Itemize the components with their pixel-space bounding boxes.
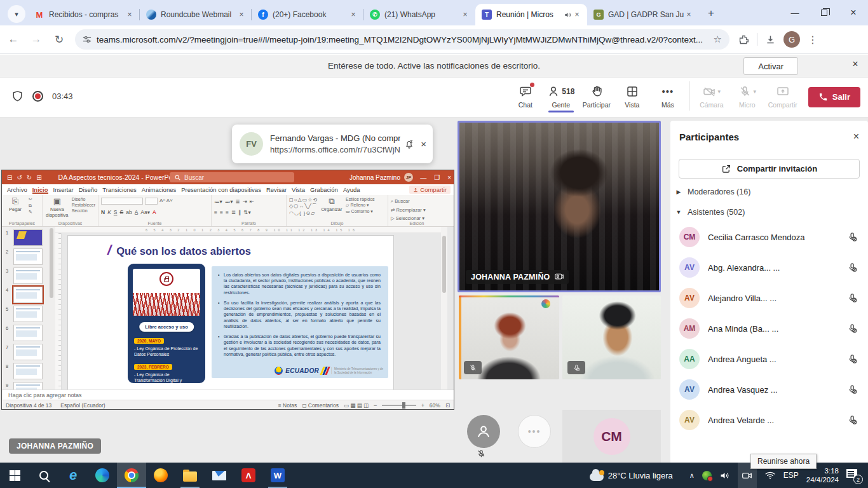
banner-activate-button[interactable]: Activar xyxy=(743,57,798,75)
new-slide-button[interactable]: ▣Nueva diapositiva xyxy=(45,197,69,218)
ppt-tab-presentacion-con-diapositivas[interactable]: Presentación con diapositivas xyxy=(181,186,261,193)
font-size-box[interactable] xyxy=(145,198,158,205)
toolbar-micro[interactable]: ▾Micro xyxy=(729,81,765,109)
ppt-restore-button[interactable]: ❐ xyxy=(434,174,440,181)
ppt-vertical-scrollbar[interactable] xyxy=(441,227,447,390)
participant-initials-tile[interactable]: CM xyxy=(562,410,661,463)
slide-preview[interactable] xyxy=(13,287,43,303)
toolbar-mas[interactable]: •••Más xyxy=(650,81,686,109)
taskbar-internet-explorer-icon[interactable]: e xyxy=(58,463,88,488)
url-omnibox[interactable]: teams.microsoft.com/v2/?meetingjoin=true… xyxy=(75,29,729,50)
thumbs-scrollbar[interactable] xyxy=(50,228,53,298)
bookmark-star-icon[interactable]: ☆ xyxy=(714,34,722,45)
chevron-down-icon[interactable]: ▾ xyxy=(718,88,721,95)
video-tile-3[interactable] xyxy=(562,295,661,379)
zoom-slider[interactable] xyxy=(382,405,416,406)
tab-close-icon[interactable]: × xyxy=(236,10,247,20)
toast-link[interactable]: https://forms.office.com/r/7u3CfWjNtm xyxy=(270,145,400,154)
new-tab-button[interactable]: + xyxy=(703,5,719,22)
slide-thumbnail[interactable]: 6 xyxy=(6,325,55,341)
ppt-search-box[interactable]: Buscar xyxy=(170,172,294,182)
taskbar-weather[interactable]: 28°C Lluvia ligera xyxy=(590,470,689,481)
slide-thumbnail[interactable]: 8 xyxy=(6,363,55,379)
tab-close-icon[interactable]: × xyxy=(348,10,358,20)
tab-close-icon[interactable]: × xyxy=(460,10,470,20)
zoom-level[interactable]: 60% xyxy=(430,402,440,409)
browser-profile-avatar[interactable]: G xyxy=(783,31,800,48)
toast-close-icon[interactable]: × xyxy=(421,139,426,149)
participant-row[interactable]: AVAndrea Vasquez ... xyxy=(670,374,868,405)
window-close-button[interactable]: × xyxy=(839,0,868,25)
ppt-tab-inicio[interactable]: Inicio xyxy=(32,186,48,194)
video-tile-2[interactable] xyxy=(459,295,559,379)
action-center-icon[interactable]: 2 xyxy=(846,468,862,483)
ppt-notes-bar[interactable]: Haga clic para agregar notas xyxy=(2,390,454,400)
taskbar-mail-icon[interactable] xyxy=(205,463,234,488)
participant-row[interactable]: CMCecilia Carrasco Mendoza xyxy=(670,222,868,252)
moderators-group-header[interactable]: ▶ Moderadores (16) xyxy=(670,179,868,201)
site-settings-icon[interactable] xyxy=(83,35,92,44)
leave-button[interactable]: Salir xyxy=(808,87,860,107)
attendees-group-header[interactable]: ▼ Asistentes (502) xyxy=(670,201,868,222)
slide-thumbnail-panel[interactable]: 12345678910 xyxy=(2,227,55,390)
panel-close-icon[interactable]: × xyxy=(853,131,859,142)
tab-close-icon[interactable]: × xyxy=(125,10,135,20)
clipboard-mini-buttons[interactable]: ✂⧉✎ xyxy=(29,197,32,215)
browser-tab[interactable]: f(20+) Facebook× xyxy=(252,4,363,25)
toolbar-vista[interactable]: Vista xyxy=(614,81,650,109)
list-buttons[interactable]: ≔▾≕▾≣⇥⇤ xyxy=(214,198,254,205)
banner-close-icon[interactable]: × xyxy=(848,58,863,70)
main-video-tile[interactable]: JOHANNA PAZMIÑO xyxy=(458,121,661,292)
slide-preview[interactable] xyxy=(13,363,43,379)
mic-off-icon[interactable] xyxy=(847,384,858,395)
browser-tab[interactable]: MRecibidos - compras× xyxy=(28,4,140,25)
taskbar-start-icon[interactable] xyxy=(0,463,29,488)
participant-row[interactable]: AMAna Minda (Ba... ... xyxy=(670,313,868,344)
slide-thumbnail[interactable]: 5 xyxy=(6,306,55,322)
ppt-tab-archivo[interactable]: Archivo xyxy=(7,186,27,193)
zoom-out-button[interactable]: – xyxy=(374,402,377,409)
participant-row[interactable]: AAAndrea Angueta ... xyxy=(670,344,868,374)
taskbar-search-icon[interactable] xyxy=(29,463,58,488)
mic-off-icon[interactable] xyxy=(847,323,858,334)
volume-icon[interactable] xyxy=(719,470,730,481)
back-icon[interactable]: ← xyxy=(4,30,23,49)
redo-icon[interactable]: ↻ xyxy=(27,174,32,181)
mic-off-icon[interactable] xyxy=(847,232,858,243)
fit-slide-button[interactable]: ⊡ xyxy=(445,402,450,409)
forward-icon[interactable]: → xyxy=(27,30,46,49)
ppt-tab-transiciones[interactable]: Transiciones xyxy=(102,186,137,193)
tab-audio-icon[interactable] xyxy=(564,11,572,19)
toolbar-participar[interactable]: Participar xyxy=(579,81,614,109)
participant-row[interactable]: AVAlejandro Villa... ... xyxy=(670,283,868,313)
antivirus-icon[interactable] xyxy=(702,471,712,480)
present-icon[interactable]: ⊞ xyxy=(36,174,41,181)
toolbar-chat[interactable]: Chat xyxy=(508,81,543,109)
mic-off-icon[interactable] xyxy=(847,354,858,365)
font-name-box[interactable] xyxy=(101,198,143,205)
ppt-tab-grabacion[interactable]: Grabación xyxy=(310,186,338,193)
ppt-tab-vista[interactable]: Vista xyxy=(292,186,305,193)
browser-tab[interactable]: TReunión | Micros× xyxy=(475,4,587,25)
slide-thumbnail[interactable]: 3 xyxy=(6,268,55,284)
slide-thumbnail[interactable]: 9 xyxy=(6,382,55,390)
taskbar-edge-icon[interactable] xyxy=(88,463,117,488)
ppt-minimize-button[interactable]: — xyxy=(420,174,426,181)
browser-tab[interactable]: ✆(21) WhatsApp× xyxy=(363,4,475,25)
ppt-close-button[interactable]: × xyxy=(447,174,451,181)
slide-thumbnail[interactable]: 2 xyxy=(6,248,55,265)
browser-tab[interactable]: GGAD | GADPR San Ju× xyxy=(587,4,699,25)
language-indicator[interactable]: ESP xyxy=(783,471,799,480)
editing-buttons[interactable]: ⌕ Buscar ⇄ Reemplazar ▾ ▷ Seleccionar ▾ xyxy=(391,198,426,221)
download-icon[interactable] xyxy=(765,34,776,45)
taskbar-file-explorer-icon[interactable] xyxy=(175,463,205,488)
window-restore-button[interactable] xyxy=(810,0,839,25)
ppt-tab-revisar[interactable]: Revisar xyxy=(266,186,287,193)
participant-placeholder-avatar[interactable] xyxy=(467,415,500,448)
toolbar-camara[interactable]: ▾Cámara xyxy=(694,81,729,109)
mic-off-icon[interactable] xyxy=(847,293,858,304)
tab-search-chevron-icon[interactable]: ▾ xyxy=(8,5,25,23)
tray-expand-icon[interactable]: ∧ xyxy=(689,471,695,480)
view-buttons[interactable]: ▭ ▦ ▤ ◫ xyxy=(344,402,369,409)
mic-off-icon[interactable] xyxy=(847,415,858,426)
